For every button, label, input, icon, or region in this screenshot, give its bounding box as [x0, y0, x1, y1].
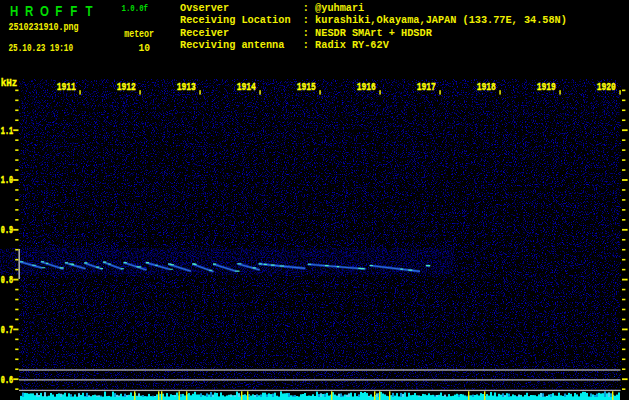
svg-text:1915: 1915 — [297, 81, 316, 93]
svg-text:1916: 1916 — [357, 81, 376, 93]
svg-text:0.7: 0.7 — [1, 325, 13, 337]
svg-text:Recviving antenna : Radix RY: Recviving antenna : Radix RY-62V — [180, 40, 390, 51]
svg-text:2510231910.png: 2510231910.png — [9, 21, 79, 33]
svg-text:H: H — [10, 3, 18, 19]
svg-text:F: F — [55, 3, 62, 19]
svg-text:1.1: 1.1 — [1, 125, 13, 137]
svg-text:1919: 1919 — [537, 81, 556, 93]
svg-text:0.9: 0.9 — [1, 225, 13, 237]
svg-text:25.10.23 19:10: 25.10.23 19:10 — [9, 41, 74, 54]
svg-text:O: O — [40, 3, 49, 19]
svg-text:1914: 1914 — [237, 81, 256, 93]
svg-text:1.0: 1.0 — [1, 175, 13, 187]
svg-text:0.6: 0.6 — [1, 374, 13, 386]
svg-text:0.8: 0.8 — [1, 275, 13, 287]
svg-text:1918: 1918 — [477, 81, 496, 93]
svg-text:meteor: meteor — [124, 29, 154, 41]
svg-text:F: F — [70, 3, 77, 19]
svg-text:T: T — [85, 3, 92, 19]
svg-text:1911: 1911 — [57, 81, 76, 93]
svg-text:1917: 1917 — [417, 81, 436, 93]
svg-text:10: 10 — [139, 41, 151, 54]
svg-text:R: R — [25, 3, 33, 19]
svg-text:1.0.0f: 1.0.0f — [122, 4, 149, 14]
svg-text:Receiver : NESDR SM: Receiver : NESDR SMArt + HDSDR — [180, 28, 433, 39]
svg-text:Ovserver : @yuhmari: Ovserver : @yuhmari — [180, 3, 364, 14]
svg-text:Receiving Location : kurashik: Receiving Location : kurashiki,Okayama,J… — [180, 15, 567, 26]
svg-text:1912: 1912 — [117, 81, 136, 93]
svg-text:1920: 1920 — [597, 81, 616, 93]
svg-text:kHz: kHz — [1, 76, 18, 89]
svg-text:1913: 1913 — [177, 81, 196, 93]
